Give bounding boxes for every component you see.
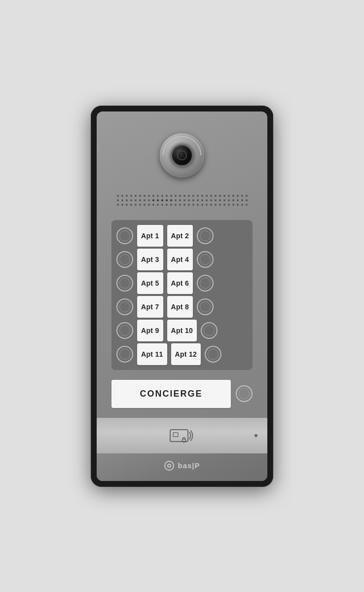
apt-button-3[interactable]: Apt 3 (137, 249, 163, 270)
apt-button-10[interactable]: Apt 10 (167, 320, 197, 341)
grille-dot (130, 195, 132, 197)
grille-dot (192, 199, 194, 201)
call-button-left-2[interactable] (116, 251, 133, 268)
apt-button-6[interactable]: Apt 6 (167, 272, 193, 294)
camera-section (107, 123, 257, 183)
call-button-left-1[interactable] (116, 227, 133, 244)
call-button-left-6[interactable] (116, 346, 133, 363)
grille-dot (188, 199, 190, 201)
grille-dot (228, 195, 230, 197)
grille-dot (188, 195, 190, 197)
rfid-svg (169, 427, 195, 444)
grille-dot-center (152, 199, 154, 201)
grille-dot (126, 199, 128, 201)
apt-row-5: Apt 9 Apt 10 (116, 320, 248, 341)
grille-dot (175, 199, 177, 201)
grille-dot (179, 195, 181, 197)
grille-dot (232, 199, 234, 201)
grille-dot (188, 204, 190, 206)
call-button-inner (119, 278, 130, 289)
call-button-concierge[interactable] (236, 385, 253, 402)
call-button-left-3[interactable] (116, 275, 133, 292)
grille-row-1 (117, 195, 248, 197)
grille-dot (219, 199, 221, 201)
apt-button-9[interactable]: Apt 9 (137, 320, 163, 341)
call-button-left-4[interactable] (116, 298, 133, 315)
grille-dot (166, 195, 168, 197)
call-button-right-2[interactable] (197, 251, 214, 268)
apt-rows-container: Apt 1 Apt 2 Apt 3 Apt 4 (116, 225, 248, 365)
grille-dot (192, 204, 194, 206)
apt-button-11[interactable]: Apt 11 (137, 343, 167, 365)
grille-dot (117, 199, 119, 201)
grille-dot (241, 204, 243, 206)
call-button-right-1[interactable] (197, 227, 214, 244)
apt-row-6: Apt 11 Apt 12 (116, 343, 248, 365)
grille-dot (126, 195, 128, 197)
grille-dot (201, 199, 203, 201)
svg-point-5 (168, 465, 170, 467)
call-button-inner (119, 254, 130, 265)
grille-dot (219, 204, 221, 206)
call-button-inner (119, 349, 130, 360)
apt-button-5[interactable]: Apt 5 (137, 272, 163, 294)
grille-dot (210, 195, 212, 197)
grille-dot (121, 199, 123, 201)
call-button-left-5[interactable] (116, 322, 133, 339)
grille-dot (192, 195, 194, 197)
grille-dot (237, 204, 239, 206)
concierge-button[interactable]: CONCIERGE (111, 380, 231, 408)
grille-row-3 (117, 204, 248, 206)
speaker-section (107, 183, 257, 220)
grille-dot (121, 195, 123, 197)
grille-dot (223, 195, 225, 197)
grille-dot (219, 195, 221, 197)
grille-dot (206, 195, 208, 197)
grille-dot (170, 195, 172, 197)
grille-dot (166, 204, 168, 206)
grille-dot (175, 195, 177, 197)
grille-dot (215, 204, 217, 206)
grille-dot-center (166, 199, 168, 201)
grille-dot (201, 204, 203, 206)
grille-dot (179, 204, 181, 206)
camera-arc (154, 127, 210, 183)
apt-button-2[interactable]: Apt 2 (167, 225, 193, 247)
call-button-right-6[interactable] (205, 346, 221, 363)
grille-dot (148, 204, 150, 206)
apt-button-4[interactable]: Apt 4 (167, 249, 193, 270)
grille-dot (179, 199, 181, 201)
call-button-inner (200, 278, 211, 289)
grille-dot (215, 195, 217, 197)
call-button-inner (119, 325, 130, 336)
grille-dot (135, 204, 137, 206)
grille-dot (139, 204, 141, 206)
apt-button-1[interactable]: Apt 1 (137, 225, 163, 247)
grille-dot (201, 195, 203, 197)
grille-dot (237, 195, 239, 197)
concierge-section: CONCIERGE (111, 380, 253, 408)
grille-dot (223, 204, 225, 206)
call-button-inner (208, 349, 218, 360)
call-button-right-5[interactable] (201, 322, 218, 339)
grille-dot (206, 199, 208, 201)
grille-dot (152, 195, 154, 197)
grille-dot (246, 195, 248, 197)
camera-housing (160, 133, 204, 178)
apt-button-8[interactable]: Apt 8 (167, 296, 193, 318)
grille-dot (197, 195, 199, 197)
apt-button-12[interactable]: Apt 12 (171, 343, 201, 365)
grille-dot (183, 195, 185, 197)
grille-dot (144, 204, 146, 206)
call-button-inner (204, 325, 215, 336)
grille-dot (232, 204, 234, 206)
grille-row-2 (117, 199, 248, 201)
grille-dot (130, 204, 132, 206)
call-button-right-4[interactable] (197, 298, 214, 315)
svg-rect-1 (173, 433, 178, 437)
brand-text-label: bas|P (178, 461, 200, 470)
call-button-right-3[interactable] (197, 275, 214, 292)
grille-dot (223, 199, 225, 201)
call-button-inner (239, 388, 250, 399)
apt-button-7[interactable]: Apt 7 (137, 296, 163, 318)
